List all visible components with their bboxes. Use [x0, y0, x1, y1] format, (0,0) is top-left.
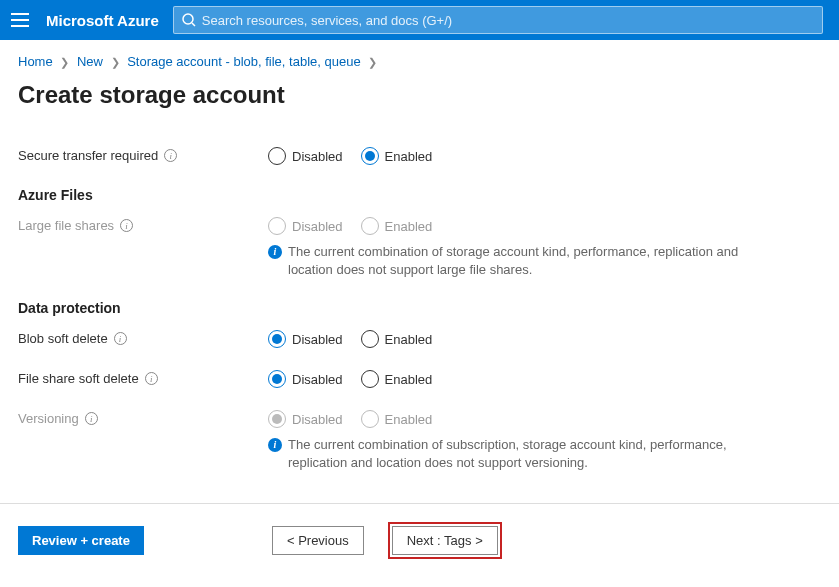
search-icon [182, 13, 196, 27]
opt-disabled: Disabled [292, 149, 343, 164]
opt-enabled: Enabled [385, 332, 433, 347]
next-button-highlight: Next : Tags > [388, 522, 502, 559]
row-versioning: Versioning i Disabled Enabled i The curr… [18, 410, 821, 471]
radio-largefile-enabled: Enabled [361, 217, 433, 235]
secure-transfer-text: Secure transfer required [18, 148, 158, 163]
info-icon[interactable]: i [114, 332, 127, 345]
note-text: The current combination of storage accou… [288, 243, 748, 278]
label-secure-transfer: Secure transfer required i [18, 147, 268, 163]
radio-fileshare-disabled[interactable]: Disabled [268, 370, 343, 388]
radio-blob-disabled[interactable]: Disabled [268, 330, 343, 348]
info-icon[interactable]: i [120, 219, 133, 232]
radio-blob-enabled[interactable]: Enabled [361, 330, 433, 348]
section-data-protection: Data protection [18, 300, 821, 316]
note-large-file: i The current combination of storage acc… [268, 243, 748, 278]
top-nav-bar: Microsoft Azure [0, 0, 839, 40]
opt-disabled: Disabled [292, 372, 343, 387]
radio-versioning-disabled: Disabled [268, 410, 343, 428]
row-blob-soft-delete: Blob soft delete i Disabled Enabled [18, 330, 821, 348]
chevron-right-icon: ❯ [368, 56, 377, 68]
label-blob-soft-delete: Blob soft delete i [18, 330, 268, 346]
large-file-text: Large file shares [18, 218, 114, 233]
chevron-right-icon: ❯ [111, 56, 120, 68]
label-versioning: Versioning i [18, 410, 268, 426]
crumb-new[interactable]: New [77, 54, 103, 69]
radio-secure-disabled[interactable]: Disabled [268, 147, 343, 165]
opt-enabled: Enabled [385, 412, 433, 427]
form-body: Secure transfer required i Disabled Enab… [0, 117, 839, 497]
versioning-text: Versioning [18, 411, 79, 426]
opt-enabled: Enabled [385, 372, 433, 387]
info-icon[interactable]: i [85, 412, 98, 425]
svg-point-3 [183, 14, 193, 24]
label-large-file-shares: Large file shares i [18, 217, 268, 233]
crumb-storage[interactable]: Storage account - blob, file, table, que… [127, 54, 360, 69]
info-badge-icon: i [268, 438, 282, 452]
opt-enabled: Enabled [385, 149, 433, 164]
chevron-right-icon: ❯ [60, 56, 69, 68]
note-versioning: i The current combination of subscriptio… [268, 436, 748, 471]
wizard-footer: Review + create < Previous Next : Tags > [0, 504, 839, 577]
search-input[interactable] [202, 13, 814, 28]
review-create-button[interactable]: Review + create [18, 526, 144, 555]
row-file-soft-delete: File share soft delete i Disabled Enable… [18, 370, 821, 388]
label-file-soft-delete: File share soft delete i [18, 370, 268, 386]
row-large-file-shares: Large file shares i Disabled Enabled i T… [18, 217, 821, 278]
crumb-home[interactable]: Home [18, 54, 53, 69]
opt-enabled: Enabled [385, 219, 433, 234]
next-tags-button[interactable]: Next : Tags > [392, 526, 498, 555]
section-azure-files: Azure Files [18, 187, 821, 203]
page-title: Create storage account [0, 79, 839, 117]
radio-secure-enabled[interactable]: Enabled [361, 147, 433, 165]
svg-line-4 [192, 23, 195, 26]
brand-label: Microsoft Azure [46, 12, 159, 29]
radio-versioning-enabled: Enabled [361, 410, 433, 428]
previous-button[interactable]: < Previous [272, 526, 364, 555]
row-secure-transfer: Secure transfer required i Disabled Enab… [18, 147, 821, 165]
opt-disabled: Disabled [292, 412, 343, 427]
opt-disabled: Disabled [292, 332, 343, 347]
opt-disabled: Disabled [292, 219, 343, 234]
radio-largefile-disabled: Disabled [268, 217, 343, 235]
info-icon[interactable]: i [164, 149, 177, 162]
blob-soft-text: Blob soft delete [18, 331, 108, 346]
radio-fileshare-enabled[interactable]: Enabled [361, 370, 433, 388]
note-text: The current combination of subscription,… [288, 436, 748, 471]
menu-icon[interactable] [8, 8, 32, 32]
info-badge-icon: i [268, 245, 282, 259]
breadcrumb: Home ❯ New ❯ Storage account - blob, fil… [0, 40, 839, 79]
global-search[interactable] [173, 6, 823, 34]
file-soft-text: File share soft delete [18, 371, 139, 386]
info-icon[interactable]: i [145, 372, 158, 385]
